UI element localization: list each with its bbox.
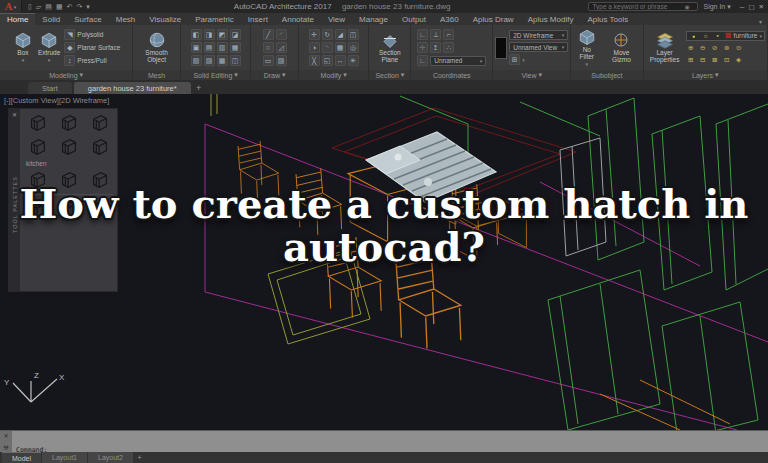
tab-annotate[interactable]: Annotate (275, 13, 321, 25)
command-panel-grip[interactable]: ✕ ⚒ (0, 431, 12, 452)
ucs-previous-icon[interactable]: ⌐ (443, 29, 454, 40)
intersect-icon[interactable]: ◩ (217, 29, 228, 40)
tab-aplus-tools[interactable]: Aplus Tools (580, 13, 635, 25)
ucs-world-icon[interactable]: ∟ (417, 29, 428, 40)
layer-current-icon[interactable]: ⊞ (686, 55, 696, 65)
panel-label-modify[interactable]: Modify▾ (299, 70, 368, 80)
tab-home[interactable]: Home (0, 13, 35, 25)
layer-unisolate-icon[interactable]: ⊖ (698, 43, 708, 53)
panel-label-draw[interactable]: Draw▾ (251, 70, 298, 80)
fillet-icon[interactable]: ◝ (322, 42, 333, 53)
ucs-icon[interactable]: ⊥ (430, 29, 441, 40)
union-icon[interactable]: ◧ (191, 29, 202, 40)
circle-icon[interactable]: ○ (263, 42, 274, 53)
tab-layout1[interactable]: Layout1 (42, 452, 87, 463)
drawing-area[interactable]: Y Z X [-][Custom View][2D Wireframe] ✕ T… (0, 94, 768, 430)
tab-mesh[interactable]: Mesh (109, 13, 143, 25)
extract-edges-icon[interactable]: ▥ (217, 42, 228, 53)
new-layout-button[interactable]: + (134, 452, 145, 463)
erase-icon[interactable]: ╳ (309, 55, 320, 66)
section-plane-button[interactable]: Section Plane (371, 31, 408, 64)
layer-isolate-icon[interactable]: ⊕ (686, 43, 696, 53)
panel-label-view[interactable]: View▾ (493, 70, 570, 80)
layer-copy-icon[interactable]: ⊟ (698, 55, 708, 65)
tab-layout2[interactable]: Layout2 (88, 452, 133, 463)
furniture-block-icon[interactable] (26, 136, 50, 158)
ucs-name-dropdown[interactable]: Unnamed ▾ (430, 56, 486, 66)
tab-output[interactable]: Output (395, 13, 433, 25)
palette-close-icon[interactable]: ✕ (12, 111, 17, 118)
layer-lock-tool-icon[interactable]: ◈ (734, 55, 744, 65)
new-file-icon[interactable]: ▯ (28, 3, 32, 11)
plot-icon[interactable]: ▦ (56, 3, 63, 11)
explode-icon[interactable]: ✳ (348, 55, 359, 66)
panel-label-solid-editing[interactable]: Solid Editing▾ (181, 70, 250, 80)
save-icon[interactable]: ▤ (45, 3, 52, 11)
tab-insert[interactable]: Insert (241, 13, 275, 25)
array-icon[interactable]: ▦ (335, 42, 346, 53)
visual-style-preview[interactable] (495, 37, 507, 59)
minimize-button[interactable]: ─ (740, 3, 745, 11)
tab-aplus-draw[interactable]: Aplus Draw (466, 13, 521, 25)
tab-a360[interactable]: A360 (433, 13, 466, 25)
rectangle-icon[interactable]: ▭ (263, 55, 274, 66)
help-search-box[interactable]: ◉ (588, 2, 698, 11)
check-icon[interactable]: ▨ (204, 55, 215, 66)
search-input[interactable] (592, 3, 684, 10)
panel-label-coordinates[interactable]: Coordinates (411, 70, 492, 80)
layer-properties-button[interactable]: Layer Properties (646, 31, 684, 64)
polysolid-button[interactable]: ◥Polysolid (64, 29, 120, 40)
shell-icon[interactable]: ▦ (230, 42, 241, 53)
tab-visualize[interactable]: Visualize (142, 13, 188, 25)
stretch-icon[interactable]: ↔ (335, 55, 346, 66)
tab-aplus-modify[interactable]: Aplus Modify (521, 13, 581, 25)
furniture-block-icon[interactable] (88, 112, 112, 134)
hatch-icon[interactable]: ▨ (276, 55, 287, 66)
close-button[interactable]: ✕ (759, 3, 764, 11)
move-icon[interactable]: ✛ (309, 29, 320, 40)
mirror-icon[interactable]: ◑ (309, 42, 320, 53)
layer-thaw-icon[interactable]: ⊡ (722, 55, 732, 65)
furniture-block-icon[interactable] (57, 112, 81, 134)
line-icon[interactable]: ╱ (263, 29, 274, 40)
tab-model[interactable]: Model (2, 452, 41, 463)
press-pull-button[interactable]: ↕Press/Pull (64, 55, 120, 66)
planar-surface-button[interactable]: ◆Planar Surface (64, 42, 120, 53)
file-tab-start[interactable]: Start (28, 82, 72, 94)
panel-label-subobject[interactable]: Subobject (571, 70, 642, 80)
rotate-icon[interactable]: ↻ (322, 29, 333, 40)
furniture-block-icon[interactable] (88, 136, 112, 158)
layer-dropdown[interactable]: ● ☼ ▪ furniture ▾ (686, 31, 765, 41)
taper-faces-icon[interactable]: ▤ (204, 42, 215, 53)
restore-button[interactable]: ▢ (748, 3, 754, 11)
sign-in-button[interactable]: Sign In ▾ (703, 3, 730, 11)
panel-label-modeling[interactable]: Modeling▾ (0, 70, 132, 80)
command-close-icon[interactable]: ✕ (3, 432, 8, 439)
offset-icon[interactable]: ◎ (348, 42, 359, 53)
ucs-z-axis-icon[interactable]: ↥ (430, 42, 441, 53)
tab-parametric[interactable]: Parametric (188, 13, 241, 25)
arc-icon[interactable]: ◜ (276, 29, 287, 40)
box-button[interactable]: Box ▾ (12, 31, 34, 63)
layer-freeze-tool-icon[interactable]: ⊜ (722, 43, 732, 53)
extrude-button[interactable]: Extrude ▾ (36, 31, 62, 63)
furniture-block-icon[interactable] (26, 112, 50, 134)
layer-off-icon[interactable]: ⊘ (710, 43, 720, 53)
redo-icon[interactable]: ↷ (76, 3, 82, 11)
panel-label-section[interactable]: Section▾ (369, 70, 410, 80)
smooth-object-button[interactable]: Smooth Object (135, 31, 178, 64)
viewport-controls[interactable]: [-][Custom View][2D Wireframe] (4, 96, 109, 105)
scale-icon[interactable]: ◱ (322, 55, 333, 66)
visual-style-dropdown[interactable]: 2D Wireframe ▾ (509, 30, 568, 40)
application-menu-button[interactable]: A ▾ (0, 0, 22, 13)
panel-label-mesh[interactable]: Mesh (133, 70, 180, 80)
tab-solid[interactable]: Solid (35, 13, 67, 25)
ribbon-minimize-button[interactable]: ▾ (759, 18, 768, 25)
panel-label-layers[interactable]: Layers▾ (644, 70, 767, 80)
no-filter-button[interactable]: No Filter ▾ (573, 28, 600, 67)
clean-icon[interactable]: ◫ (230, 55, 241, 66)
subtract-icon[interactable]: ◨ (204, 29, 215, 40)
imprint-icon[interactable]: ▩ (217, 55, 228, 66)
tab-view[interactable]: View (321, 13, 352, 25)
qat-customize-icon[interactable]: ▾ (86, 3, 90, 11)
